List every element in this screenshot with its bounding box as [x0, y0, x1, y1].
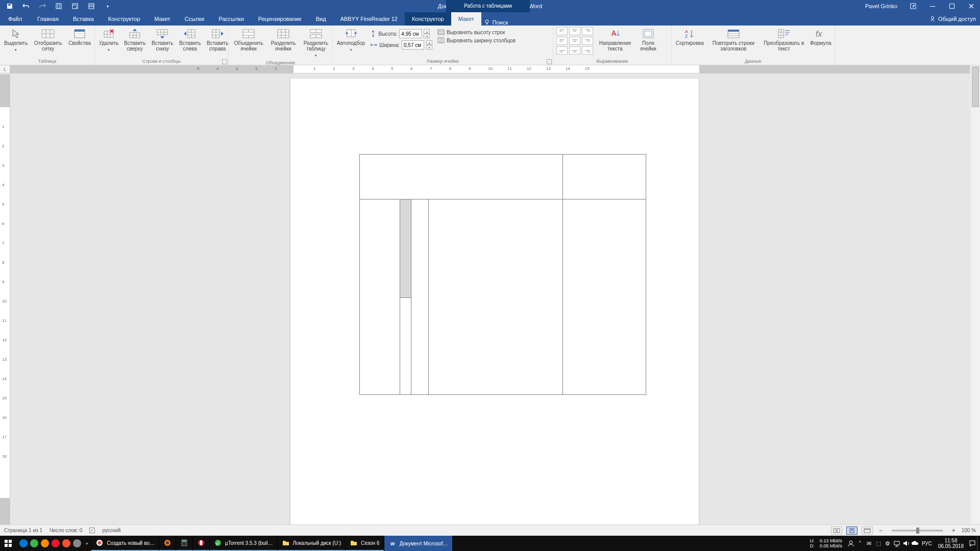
net-monitor[interactable]: U: 0.13 Mbit/s D: 0.05 Mbit/s [806, 538, 846, 548]
table-cell[interactable] [400, 199, 411, 395]
network-icon[interactable] [892, 536, 901, 551]
minimize-icon[interactable] [924, 0, 941, 12]
taskbar-item[interactable] [192, 536, 209, 551]
split-table-button[interactable]: Разделить таблицу▾ [301, 27, 331, 59]
distribute-cols-button[interactable]: Выровнять ширину столбцов [437, 37, 516, 43]
vertical-ruler[interactable]: 123456789101112131415161718 [0, 74, 10, 536]
taskbar-item[interactable]: Сезон 6 [345, 536, 383, 551]
tray-mini-icon[interactable] [52, 539, 60, 547]
save-icon[interactable] [6, 3, 13, 10]
nested-cell-selected[interactable] [400, 199, 411, 298]
horizontal-ruler[interactable]: 12345123456789101112131415 [10, 65, 970, 73]
qat-icon-1[interactable] [55, 3, 62, 10]
onedrive-icon[interactable] [911, 536, 920, 551]
share-button[interactable]: Общий доступ [938, 16, 976, 22]
table-cell[interactable] [563, 199, 646, 395]
tab-insert[interactable]: Вставка [66, 12, 101, 26]
language-indicator[interactable]: русский [102, 528, 120, 533]
cell-margins-button[interactable]: Поля ячейки [637, 27, 659, 53]
tell-me-search[interactable]: Поиск [484, 19, 508, 26]
user-name[interactable]: Pavel Grinko [865, 3, 897, 9]
taskbar-item[interactable]: WДокумент Microsof… [384, 536, 452, 551]
convert-to-text-button[interactable]: Преобразовать в текст [762, 27, 806, 53]
tray-mini-icon[interactable] [73, 539, 81, 547]
qat-customize-icon[interactable]: ▾ [104, 3, 111, 10]
tray-mini-icon[interactable] [62, 539, 70, 547]
insert-right-button[interactable]: Вставить справа [205, 27, 230, 53]
table-cell[interactable] [360, 199, 400, 395]
close-icon[interactable] [963, 0, 980, 12]
cell-size-launcher[interactable] [547, 59, 552, 64]
tray-mini-icon[interactable] [30, 539, 38, 547]
tab-layout[interactable]: Макет [148, 12, 178, 26]
tray-app-icon[interactable]: ⬚ [874, 536, 883, 551]
select-button[interactable]: Выделить▾ [3, 27, 29, 54]
document-table[interactable] [359, 154, 646, 395]
width-input[interactable] [402, 40, 424, 49]
tray-app-icon[interactable]: ⚙ [883, 536, 892, 551]
tray-mini-icon[interactable] [41, 539, 49, 547]
tab-review[interactable]: Рецензирование [251, 12, 309, 26]
tab-table-layout[interactable]: Макет [451, 12, 481, 26]
tab-references[interactable]: Ссылки [178, 12, 212, 26]
qat-icon-3[interactable] [88, 3, 95, 10]
tray-app-icon[interactable]: ✉ [865, 536, 874, 551]
tab-file[interactable]: Файл [0, 12, 30, 26]
autofit-button[interactable]: Автоподбор▾ [336, 27, 366, 54]
view-gridlines-button[interactable]: Отобразить сетку [32, 27, 64, 53]
tab-abbyy[interactable]: ABBYY FineReader 12 [333, 12, 405, 26]
insert-above-button[interactable]: Вставить сверху [122, 27, 147, 53]
word-count[interactable]: Число слов: 0 [50, 528, 82, 533]
tab-design[interactable]: Конструктор [101, 12, 148, 26]
tray-mini-icon[interactable] [19, 539, 28, 547]
zoom-in-button[interactable]: + [950, 527, 958, 534]
table-cell[interactable] [429, 199, 563, 395]
action-center-icon[interactable] [968, 536, 977, 551]
clock[interactable]: 11:5806.05.2018 [934, 538, 968, 549]
page-indicator[interactable]: Страница 1 из 1 [4, 528, 42, 533]
volume-icon[interactable] [901, 536, 911, 551]
height-spinners[interactable]: ▲▼ [424, 29, 430, 38]
read-mode-button[interactable] [831, 527, 842, 535]
people-icon[interactable] [846, 536, 855, 551]
tray-chevron-up-icon[interactable]: ˄ [855, 536, 865, 551]
nested-cell[interactable] [400, 298, 411, 394]
show-desktop-button[interactable] [977, 536, 980, 551]
maximize-icon[interactable] [943, 0, 961, 12]
tab-table-design[interactable]: Конструктор [405, 12, 451, 26]
taskbar-item[interactable] [176, 536, 192, 551]
language-indicator[interactable]: РУС [920, 541, 934, 546]
distribute-rows-button[interactable]: Выровнять высоту строк [437, 29, 516, 35]
height-input[interactable] [399, 29, 422, 38]
rows-cols-launcher[interactable] [222, 59, 227, 64]
text-direction-button[interactable]: A Направление текста [596, 27, 634, 53]
zoom-out-button[interactable]: − [877, 527, 885, 534]
web-layout-button[interactable] [862, 527, 873, 535]
taskbar-item[interactable]: Локальный диск (U:) [277, 536, 346, 551]
print-layout-button[interactable] [846, 527, 857, 535]
ribbon-display-options-icon[interactable] [904, 0, 922, 12]
insert-left-button[interactable]: Вставить слева [178, 27, 202, 53]
delete-button[interactable]: Удалить▾ [98, 27, 119, 54]
table-cell[interactable] [411, 199, 429, 395]
tray-chevron-icon[interactable]: » [86, 541, 88, 546]
table-cell[interactable] [563, 155, 646, 199]
formula-button[interactable]: fx Формула [809, 27, 832, 47]
properties-button[interactable]: Свойства [67, 27, 92, 47]
width-spinners[interactable]: ▲▼ [426, 40, 432, 49]
document-area[interactable] [10, 74, 970, 536]
taskbar-item[interactable]: Создать новый во… [91, 536, 159, 551]
zoom-slider[interactable] [892, 530, 943, 532]
table-cell[interactable] [360, 155, 563, 199]
zoom-handle[interactable] [916, 528, 919, 534]
vertical-scrollbar[interactable] [971, 65, 980, 536]
spellcheck-icon[interactable]: ✓ [89, 528, 95, 533]
zoom-level[interactable]: 100 % [962, 528, 976, 533]
start-button[interactable] [0, 536, 16, 551]
scrollbar-thumb[interactable] [972, 66, 979, 107]
merge-cells-button[interactable]: Объединить ячейки [232, 27, 265, 53]
tab-home[interactable]: Главная [30, 12, 66, 26]
tab-view[interactable]: Вид [309, 12, 333, 26]
sort-button[interactable]: AZ Сортировка [675, 27, 705, 47]
taskbar-item[interactable] [159, 536, 176, 551]
